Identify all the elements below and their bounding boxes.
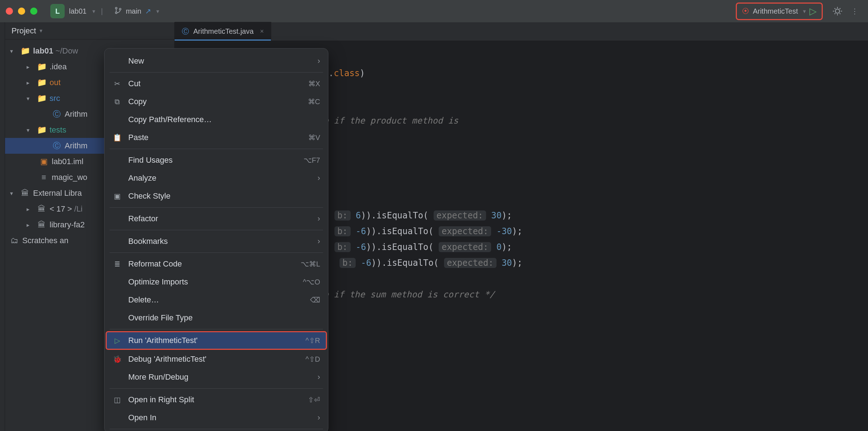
text-file-icon: ≡ bbox=[40, 173, 48, 182]
menu-separator bbox=[110, 207, 323, 208]
chevron-down-icon: ▾ bbox=[10, 48, 17, 55]
menu-label: Open In bbox=[128, 413, 311, 422]
folder-icon: 📁 bbox=[21, 46, 29, 56]
tree-hint: /Li bbox=[74, 204, 83, 213]
folder-icon: 📁 bbox=[37, 94, 46, 103]
split-icon: ◫ bbox=[112, 395, 122, 404]
menu-override-type[interactable]: Override File Type bbox=[105, 309, 328, 327]
param-label: b: bbox=[337, 210, 348, 221]
editor-tab[interactable]: Ⓒ ArithmeticTest.java × bbox=[175, 22, 271, 41]
tree-label: External Libra bbox=[33, 189, 82, 198]
menu-find-usages[interactable]: Find Usages ⌥F7 bbox=[105, 151, 328, 169]
param-label: expected: bbox=[447, 258, 494, 268]
code-text: .isEqualTo( bbox=[371, 210, 428, 221]
menu-open-right-split[interactable]: ◫ Open in Right Split ⇧⏎ bbox=[105, 391, 328, 409]
project-selector[interactable]: L lab01 ▾ bbox=[47, 3, 99, 20]
menu-label: Reformat Code bbox=[128, 259, 294, 269]
menu-run-test[interactable]: ▷ Run 'ArithmeticTest' ^⇧R bbox=[106, 332, 327, 349]
menu-separator bbox=[110, 388, 323, 389]
project-tool-title[interactable]: Project ▾ bbox=[5, 22, 174, 40]
menu-more-run-debug[interactable]: More Run/Debug bbox=[105, 368, 328, 386]
menu-label: New bbox=[128, 56, 311, 66]
menu-shortcut: ⌘X bbox=[308, 79, 320, 88]
close-window-button[interactable] bbox=[6, 8, 13, 15]
code-text: ) bbox=[360, 68, 365, 78]
menu-label: Check Style bbox=[128, 191, 320, 201]
code-num: 0 bbox=[497, 242, 502, 252]
menu-check-style[interactable]: ▣ Check Style bbox=[105, 187, 328, 205]
menu-label: Copy bbox=[128, 97, 301, 106]
menu-label: Delete… bbox=[128, 295, 304, 305]
chevron-down-icon: ▾ bbox=[27, 95, 34, 102]
project-title-label: Project bbox=[11, 26, 36, 36]
menu-copy[interactable]: ⧉ Copy ⌘C bbox=[105, 93, 328, 111]
menu-label: Find Usages bbox=[128, 156, 297, 165]
tree-label: lab01.iml bbox=[52, 157, 83, 166]
window-controls bbox=[6, 8, 37, 15]
menu-refactor[interactable]: Refactor bbox=[105, 210, 328, 228]
chevron-down-icon: ▾ bbox=[10, 190, 17, 197]
code-num: 6 bbox=[356, 210, 361, 221]
tree-label: library-fa2 bbox=[50, 220, 85, 230]
menu-cut[interactable]: ✂ Cut ⌘X bbox=[105, 75, 328, 93]
run-config-selector[interactable]: ⦿ ArithmeticTest ▾ ▷ bbox=[736, 3, 823, 20]
svg-point-1 bbox=[115, 12, 117, 14]
chevron-down-icon: ▾ bbox=[92, 8, 95, 15]
menu-label: Debug 'ArithmeticTest' bbox=[128, 354, 299, 364]
menu-copy-path[interactable]: Copy Path/Reference… bbox=[105, 111, 328, 129]
menu-optimize[interactable]: Optimize Imports ^⌥O bbox=[105, 273, 328, 291]
close-icon[interactable]: × bbox=[260, 28, 264, 35]
tree-label: Arithm bbox=[65, 110, 88, 119]
menu-shortcut: ^⇧R bbox=[305, 336, 320, 345]
chevron-down-icon: ▾ bbox=[803, 8, 806, 15]
chevron-right-icon: ▸ bbox=[27, 79, 34, 86]
git-branch-selector[interactable]: main ↗ ▾ bbox=[114, 6, 159, 16]
cut-icon: ✂ bbox=[112, 79, 122, 88]
run-button-icon[interactable]: ▷ bbox=[809, 6, 817, 17]
code-text: .isEqualTo( bbox=[377, 242, 434, 252]
java-class-icon: Ⓒ bbox=[182, 27, 189, 36]
chevron-down-icon: ▾ bbox=[27, 127, 34, 134]
more-button[interactable]: ⋮ bbox=[847, 4, 862, 19]
project-name: lab01 bbox=[69, 7, 87, 15]
tree-label: src bbox=[50, 94, 60, 103]
tree-label: lab01 bbox=[33, 46, 53, 55]
menu-reformat[interactable]: ≣ Reformat Code ⌥⌘L bbox=[105, 255, 328, 273]
menu-label: Bookmarks bbox=[128, 237, 311, 246]
tree-label: magic_wo bbox=[52, 173, 87, 182]
tool-stripe bbox=[0, 22, 5, 431]
param-label: b: bbox=[342, 258, 353, 268]
tree-label: < 17 > bbox=[50, 204, 72, 213]
project-avatar: L bbox=[50, 4, 65, 18]
menu-label: Analyze bbox=[128, 173, 311, 183]
param-label: expected: bbox=[437, 210, 483, 221]
minimize-window-button[interactable] bbox=[18, 8, 25, 15]
param-label: b: bbox=[337, 242, 348, 252]
iml-icon: ▣ bbox=[40, 157, 48, 166]
code-num: -6 bbox=[356, 242, 366, 252]
param-label: expected: bbox=[442, 226, 488, 236]
java-class-icon: Ⓒ bbox=[52, 109, 61, 120]
menu-delete[interactable]: Delete… ⌫ bbox=[105, 291, 328, 309]
tree-label: tests bbox=[50, 125, 66, 135]
menu-new[interactable]: New bbox=[105, 52, 328, 70]
debug-button[interactable] bbox=[830, 4, 845, 19]
tree-label: out bbox=[50, 78, 61, 87]
menu-analyze[interactable]: Analyze bbox=[105, 169, 328, 187]
param-label: expected: bbox=[442, 242, 488, 252]
menu-open-in[interactable]: Open In bbox=[105, 409, 328, 427]
arrow-out-icon: ↗ bbox=[145, 7, 151, 15]
zoom-window-button[interactable] bbox=[30, 8, 37, 15]
library-icon: 🏛 bbox=[37, 204, 46, 214]
menu-debug-test[interactable]: 🐞 Debug 'ArithmeticTest' ^⇧D bbox=[105, 350, 328, 368]
menu-separator bbox=[110, 329, 323, 329]
tree-label: .idea bbox=[50, 62, 67, 71]
menu-paste[interactable]: 📋 Paste ⌘V bbox=[105, 129, 328, 147]
chevron-right-icon: ▸ bbox=[27, 206, 34, 213]
copy-icon: ⧉ bbox=[112, 98, 122, 106]
menu-separator bbox=[110, 252, 323, 253]
library-icon: 🏛 bbox=[37, 220, 46, 230]
menu-label: Open in Right Split bbox=[128, 395, 301, 404]
menu-bookmarks[interactable]: Bookmarks bbox=[105, 232, 328, 250]
java-class-icon: Ⓒ bbox=[52, 140, 61, 151]
